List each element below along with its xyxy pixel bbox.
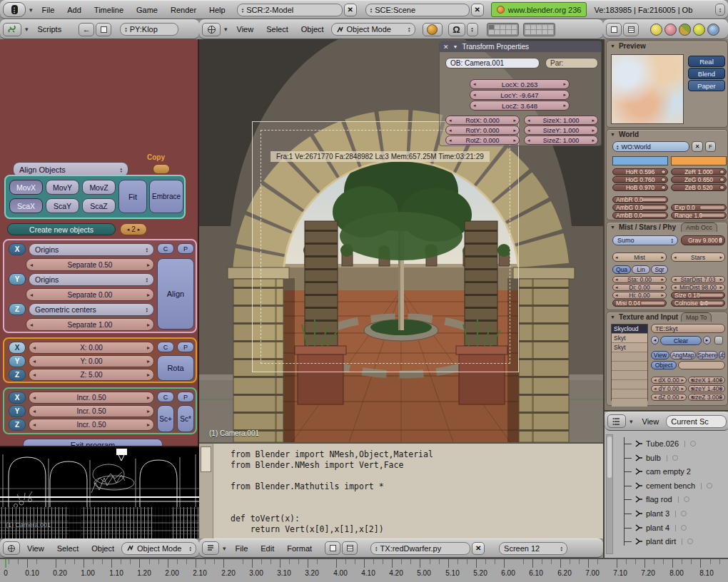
screen-close-button[interactable]: ✕ bbox=[344, 4, 357, 16]
menu-render[interactable]: Render bbox=[165, 6, 202, 14]
incr-z-toggle[interactable]: Z bbox=[9, 419, 26, 431]
preview-paper-button[interactable]: Paper bbox=[688, 80, 725, 91]
world-datablock-field[interactable]: ▴▾ WO:World bbox=[612, 141, 689, 152]
zenith-g-slider[interactable]: ZeG 0.650 bbox=[671, 176, 727, 183]
texture-clear-button[interactable]: Clear bbox=[660, 336, 702, 345]
rota-button[interactable]: Rota bbox=[157, 355, 194, 381]
menu-help[interactable]: Help bbox=[203, 6, 231, 14]
mist-lin-button[interactable]: Lin bbox=[632, 265, 650, 274]
restrict-render-icon[interactable] bbox=[707, 483, 712, 489]
roty-slider[interactable]: RotY: 0.000 bbox=[445, 126, 520, 135]
size-x-slider[interactable]: sizeX 1.400 bbox=[688, 377, 725, 384]
create-count-stepper[interactable]: ◂2▸ bbox=[120, 223, 147, 235]
layers-grid-2[interactable] bbox=[523, 23, 555, 36]
align-z-mode-dropdown[interactable]: Geometric centers ▴▾ bbox=[29, 303, 154, 316]
lamp-buttons-icon[interactable] bbox=[650, 24, 662, 36]
incr-y-slider[interactable]: Incr. 0.50 bbox=[29, 405, 154, 417]
view3d-window-type-icon[interactable] bbox=[202, 23, 221, 36]
align-y-mode-dropdown[interactable]: Origins ▴▾ bbox=[29, 273, 154, 286]
incr-p-button[interactable]: P bbox=[177, 392, 194, 402]
scripts-chevron-icon[interactable]: ▾ bbox=[23, 26, 31, 33]
preview-real-button[interactable]: Real bbox=[688, 56, 725, 67]
rot-x-toggle[interactable]: X bbox=[9, 342, 26, 354]
menu-select[interactable]: Select bbox=[261, 25, 294, 34]
offset-x-slider[interactable]: dX 0.00 bbox=[651, 377, 687, 384]
mist-depth-slider[interactable]: Di: 0.00 bbox=[612, 284, 667, 291]
menu-scripts[interactable]: Scripts bbox=[32, 25, 68, 34]
outliner-item[interactable]: flag rod bbox=[624, 495, 689, 504]
zenith-r-slider[interactable]: ZeR 1.000 bbox=[671, 168, 727, 175]
align-p-button[interactable]: P bbox=[177, 243, 194, 254]
restrict-render-icon[interactable] bbox=[687, 538, 693, 544]
align-y-separate-slider[interactable]: Separate 0.00 bbox=[26, 288, 154, 301]
rotz-slider[interactable]: RotZ: 0.000 bbox=[445, 136, 520, 145]
buttons-window-type-icon[interactable] bbox=[606, 23, 622, 36]
ambient-g-slider[interactable]: AmbG 0.0 bbox=[612, 204, 668, 211]
texture-slot-0[interactable]: Skycloud bbox=[612, 325, 647, 333]
material-buttons-icon[interactable] bbox=[664, 24, 677, 36]
sc-star-button[interactable]: Sc* bbox=[177, 405, 194, 432]
horizon-b-slider[interactable]: HoB 0.970 bbox=[612, 184, 668, 191]
copy-button[interactable] bbox=[153, 164, 170, 174]
object-name-field[interactable]: OB: Camera.001 bbox=[445, 58, 540, 68]
mode-dropdown[interactable]: Object Mode ▴▾ bbox=[331, 23, 415, 36]
restrict-render-icon[interactable] bbox=[684, 496, 689, 502]
scene-selector[interactable]: ▴▾ SCE:Scene bbox=[365, 4, 470, 16]
incr-y-toggle[interactable]: Y bbox=[9, 405, 26, 417]
mist-height-slider[interactable]: Hi: 0.00 bbox=[612, 292, 667, 299]
incr-x-toggle[interactable]: X bbox=[9, 392, 26, 404]
screen-12-dropdown[interactable]: Screen 12 ▴▾ bbox=[499, 542, 567, 555]
back-button[interactable]: ← bbox=[79, 23, 94, 36]
panel-alignment-icon[interactable] bbox=[623, 23, 639, 36]
mist-intensity-slider[interactable]: Misi 0.04 bbox=[612, 300, 667, 307]
rot-x-slider[interactable]: X: 0.00 bbox=[29, 342, 154, 354]
outliner-item[interactable]: Tube.026 bbox=[624, 439, 696, 448]
texture-slot-empty[interactable] bbox=[612, 352, 647, 361]
rot-c-button[interactable]: C bbox=[157, 342, 174, 352]
incr-z-slider[interactable]: Incr. 0.50 bbox=[29, 419, 154, 431]
parent-field[interactable]: Par: bbox=[545, 58, 598, 68]
world-fake-user-button[interactable]: F bbox=[705, 141, 716, 152]
locz-slider[interactable]: LocZ: 3.648 bbox=[470, 101, 570, 111]
outliner-item[interactable]: plant dirt bbox=[624, 537, 693, 546]
amb-occ-tab[interactable]: Amb Occ bbox=[681, 223, 717, 232]
size-y-slider[interactable]: sizeY 1.400 bbox=[688, 385, 725, 392]
mist-qua-button[interactable]: Qua bbox=[612, 265, 631, 274]
texture-name-field[interactable]: TE:Skyt bbox=[651, 324, 725, 333]
menu-file[interactable]: File bbox=[36, 6, 61, 14]
menu-view[interactable]: View bbox=[231, 25, 260, 34]
mapping-object-field[interactable] bbox=[678, 361, 725, 369]
scay-button[interactable]: ScaY bbox=[46, 198, 79, 213]
align-x-mode-dropdown[interactable]: Origins ▴▾ bbox=[29, 243, 154, 256]
sizex-slider[interactable]: SizeX: 1.000 bbox=[524, 116, 598, 125]
text-editor-scrollbar-thumb[interactable] bbox=[201, 446, 211, 472]
rot-y-toggle[interactable]: Y bbox=[9, 355, 26, 367]
zenith-color-swatch[interactable] bbox=[671, 156, 727, 165]
restrict-divider-icon[interactable] bbox=[682, 538, 682, 545]
menu-view[interactable]: View bbox=[21, 544, 50, 553]
line-numbers-toggle[interactable] bbox=[325, 541, 340, 555]
collapse-icon[interactable]: ▼ bbox=[610, 132, 615, 137]
mapping-tube-button[interactable]: Tube bbox=[719, 351, 725, 359]
ambient-b-slider[interactable]: AmbB 0.0 bbox=[612, 212, 668, 219]
header-stepper-icon[interactable]: ↕ bbox=[715, 4, 725, 16]
text-editor[interactable]: from Blender import NMesh,Object,Materia… bbox=[199, 442, 603, 538]
range-slider[interactable]: Range 1.0 bbox=[671, 212, 727, 219]
window-type-chevron-icon[interactable]: ▾ bbox=[27, 6, 35, 14]
radiosity-buttons-icon[interactable] bbox=[693, 24, 705, 36]
align-button[interactable]: Align bbox=[157, 258, 194, 330]
scene-close-button[interactable]: ✕ bbox=[471, 4, 484, 16]
incr-c-button[interactable]: C bbox=[157, 392, 174, 402]
mapping-sphere-button[interactable]: Sphere bbox=[697, 351, 718, 359]
map-to-tab[interactable]: Map To bbox=[681, 312, 712, 322]
menu-add[interactable]: Add bbox=[61, 6, 87, 14]
align-y-toggle[interactable]: Y bbox=[9, 273, 26, 285]
star-dist-slider[interactable]: StarDist 7.03 bbox=[671, 276, 725, 283]
menu-game[interactable]: Game bbox=[131, 6, 163, 14]
mapping-angmap-button[interactable]: AngMap bbox=[670, 351, 696, 359]
stars-toggle-button[interactable]: Stars bbox=[671, 252, 725, 262]
mist-sqr-button[interactable]: Sqr bbox=[651, 265, 668, 274]
mist-toggle-button[interactable]: Mist bbox=[612, 252, 667, 262]
size-z-slider[interactable]: sizeZ 3.000 bbox=[688, 394, 725, 401]
movx-button[interactable]: MovX bbox=[9, 180, 43, 195]
